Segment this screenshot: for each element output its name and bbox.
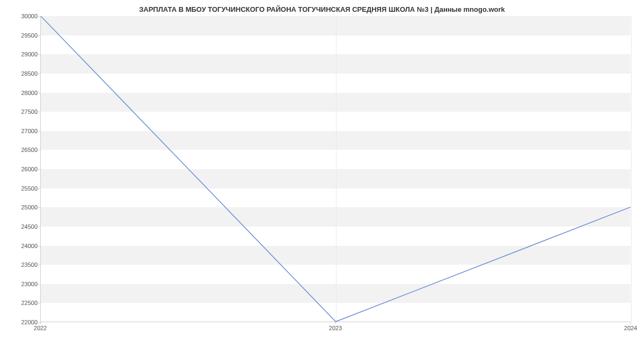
y-tick-label: 24500 <box>11 223 38 230</box>
y-tick-label: 28500 <box>11 70 38 77</box>
y-tick-label: 26000 <box>11 166 38 172</box>
y-tick-mark <box>38 112 40 112</box>
y-tick-mark <box>38 246 40 246</box>
y-tick-label: 27500 <box>11 108 38 115</box>
x-tick-mark <box>335 322 336 324</box>
x-tick-mark <box>40 322 41 324</box>
y-tick-mark <box>38 131 40 132</box>
y-tick-label: 23500 <box>11 261 38 268</box>
data-line <box>41 16 631 322</box>
y-tick-label: 28000 <box>11 90 38 96</box>
y-tick-label: 29500 <box>11 32 38 39</box>
y-tick-label: 29000 <box>11 51 38 57</box>
y-tick-label: 23000 <box>11 281 38 287</box>
y-tick-mark <box>38 303 40 303</box>
x-tick-label: 2023 <box>329 325 342 331</box>
y-tick-label: 25500 <box>11 185 38 192</box>
chart-line-svg <box>41 16 631 322</box>
y-tick-mark <box>38 54 40 55</box>
y-tick-mark <box>38 265 40 265</box>
y-tick-label: 24000 <box>11 243 38 249</box>
y-tick-mark <box>38 227 40 227</box>
y-tick-mark <box>38 74 40 74</box>
y-tick-mark <box>38 16 40 17</box>
x-tick-label: 2024 <box>624 325 637 331</box>
y-tick-mark <box>38 169 40 170</box>
y-tick-mark <box>38 150 40 150</box>
chart-container: ЗАРПЛАТА В МБОУ ТОГУЧИНСКОГО РАЙОНА ТОГУ… <box>0 0 644 349</box>
y-tick-mark <box>38 207 40 208</box>
y-tick-mark <box>38 188 40 189</box>
y-tick-label: 22500 <box>11 300 38 306</box>
y-tick-mark <box>38 35 40 36</box>
y-tick-label: 30000 <box>11 13 38 19</box>
y-tick-label: 26500 <box>11 147 38 153</box>
x-grid-line <box>631 16 632 322</box>
y-tick-label: 25000 <box>11 204 38 210</box>
chart-title: ЗАРПЛАТА В МБОУ ТОГУЧИНСКОГО РАЙОНА ТОГУ… <box>0 0 644 13</box>
y-tick-mark <box>38 93 40 93</box>
x-tick-label: 2022 <box>34 325 47 331</box>
y-tick-mark <box>38 284 40 285</box>
y-tick-label: 27000 <box>11 128 38 134</box>
plot-area <box>40 16 631 322</box>
x-tick-mark <box>631 322 631 324</box>
